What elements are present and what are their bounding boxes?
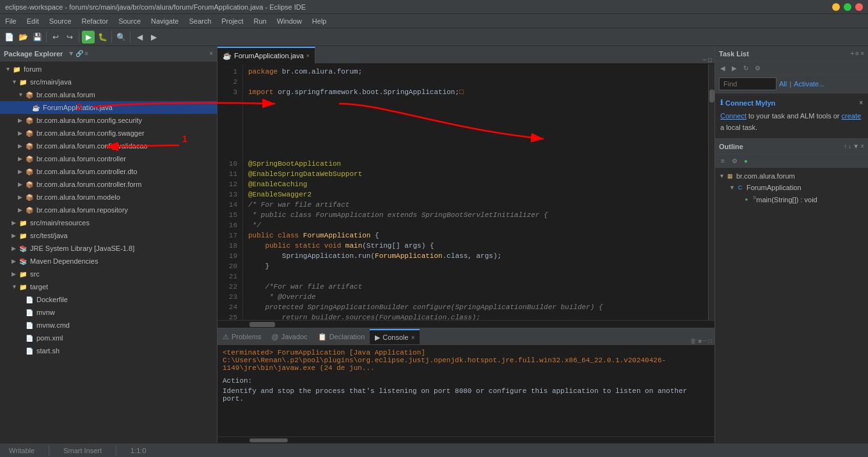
menu-project[interactable]: Project: [216, 14, 248, 28]
editor-tab-forum-application[interactable]: ☕ ForumApplication.java ×: [217, 47, 315, 63]
menu-source2[interactable]: Source: [113, 14, 146, 28]
redo-button[interactable]: ↪: [63, 31, 76, 44]
tree-item-controller[interactable]: ▶ 📦 br.com.alura.forum.controller: [0, 152, 217, 165]
console-tab-close[interactable]: ×: [411, 334, 415, 341]
mylyn-create-link[interactable]: create: [842, 112, 862, 120]
tl-icon4[interactable]: ⚙: [752, 63, 762, 73]
close-button[interactable]: [855, 3, 863, 11]
collapse-icon[interactable]: ▼: [68, 50, 74, 57]
menu-help[interactable]: Help: [307, 14, 332, 28]
panel-icon-buttons: ▼ 🔗 ≡: [68, 50, 88, 57]
next-button[interactable]: ▶: [147, 31, 160, 44]
tree-item-controller-dto[interactable]: ▶ 📦 br.com.alura.forum.controller.dto: [0, 165, 217, 178]
tl-icon3[interactable]: ↻: [741, 63, 751, 73]
tree-item-forum-application[interactable]: ☕ ForumApplication.java: [0, 101, 217, 114]
debug-button[interactable]: 🐛: [96, 31, 109, 44]
activate-button[interactable]: Activate...: [794, 80, 825, 88]
prev-button[interactable]: ◀: [133, 31, 146, 44]
tree-item-dockerfile[interactable]: 📄 Dockerfile: [0, 293, 217, 306]
tab-javadoc[interactable]: @ Javadoc: [266, 329, 312, 344]
find-all-button[interactable]: All: [779, 80, 787, 88]
tl-icon2[interactable]: ▶: [729, 63, 739, 73]
task-list-close[interactable]: ×: [860, 50, 864, 57]
tree-item-start-sh[interactable]: 📄 start.sh: [0, 344, 217, 357]
tree-item-src-main-java[interactable]: ▼ 📁 src/main/java: [0, 76, 217, 88]
outline-item-class[interactable]: ▼ C ForumApplication: [715, 182, 868, 193]
menu-refactor[interactable]: Refactor: [77, 14, 114, 28]
task-list-icon2[interactable]: ≡: [855, 50, 859, 57]
editor-hscrollbar[interactable]: [217, 320, 714, 328]
menu-dots-icon[interactable]: ≡: [84, 50, 88, 57]
tree-item-pom[interactable]: 📄 pom.xml: [0, 332, 217, 344]
tab-problems[interactable]: ⚠ Problems: [217, 329, 266, 344]
save-button[interactable]: 💾: [31, 31, 43, 44]
tl-icon1[interactable]: ◀: [718, 63, 728, 73]
menu-window[interactable]: Window: [272, 14, 307, 28]
package-explorer-close[interactable]: ×: [209, 50, 213, 57]
menu-source[interactable]: Source: [44, 14, 77, 28]
bottom-hscrollbar[interactable]: [217, 437, 714, 443]
tree-item-mvnw-cmd[interactable]: 📄 mvnw.cmd: [0, 319, 217, 332]
tree-item-resources[interactable]: ▶ 📁 src/main/resources: [0, 216, 217, 229]
maximize-bottom-icon[interactable]: □: [708, 337, 712, 344]
mylyn-close-icon[interactable]: ×: [859, 99, 863, 106]
stop-icon[interactable]: ■: [698, 337, 702, 344]
tree-item-config-validacao[interactable]: ▶ 📦 br.com.alura.forum.config.validacao: [0, 140, 217, 152]
package-explorer-tree[interactable]: ▼ 📁 forum ▼ 📁 src/main/java ▼ 📦 br.com.a…: [0, 61, 217, 443]
outline-item-package[interactable]: ▼ ▦ br.com.alura.forum: [715, 170, 868, 182]
tree-item-modelo[interactable]: ▶ 📦 br.com.alura.forum.modelo: [0, 191, 217, 204]
outline-collapse-icon[interactable]: ▼: [853, 143, 859, 150]
menu-navigate[interactable]: Navigate: [146, 14, 184, 28]
open-button[interactable]: 📂: [17, 31, 29, 44]
tree-item-controller-form[interactable]: ▶ 📦 br.com.alura.forum.controller.form: [0, 178, 217, 191]
info-icon: ℹ: [720, 99, 723, 107]
tree-item-repository[interactable]: ▶ 📦 br.com.alura.forum.repository: [0, 204, 217, 216]
expand-arrow: ▼: [12, 79, 18, 85]
menu-file[interactable]: File: [0, 14, 22, 28]
tree-item-test[interactable]: ▶ 📁 src/test/java: [0, 229, 217, 242]
link-icon[interactable]: 🔗: [75, 50, 83, 57]
search-button[interactable]: 🔍: [114, 31, 127, 44]
mylyn-connect-link[interactable]: Connect: [720, 112, 746, 120]
tree-item-target[interactable]: ▼ 📁 target: [0, 280, 217, 293]
outline-close[interactable]: ×: [860, 143, 864, 150]
tab-console[interactable]: ▶ Console ×: [370, 329, 420, 344]
code-editor[interactable]: 1 2 3 10 11 12 13 14 15 16 17 18 19 20: [217, 64, 714, 320]
outline-item-method[interactable]: ● Smain(String[]) : void: [715, 193, 868, 205]
tree-item-src[interactable]: ▶ 📁 src: [0, 268, 217, 280]
tree-item-maven-deps[interactable]: ▶ 📚 Maven Dependencies: [0, 255, 217, 268]
maximize-editor-icon[interactable]: □: [708, 56, 712, 63]
right-panel: Task List + ≡ × ◀ ▶ ↻ ⚙ All | Activate..…: [714, 46, 868, 443]
tab-declaration[interactable]: 📋 Declaration: [313, 329, 370, 344]
maximize-button[interactable]: [844, 3, 851, 11]
clear-console-icon[interactable]: 🗑: [690, 337, 697, 344]
tree-item-config-swagger[interactable]: ▶ 📦 br.com.alura.forum.config.swagger: [0, 127, 217, 140]
status-insert-mode: Smart Insert: [59, 447, 106, 454]
run-button[interactable]: ▶: [82, 31, 95, 44]
tree-item-package-main[interactable]: ▼ 📦 br.com.alura.forum: [0, 88, 217, 101]
tab-close-button[interactable]: ×: [306, 52, 310, 59]
tree-item-mvnw[interactable]: 📄 mvnw: [0, 306, 217, 319]
menu-search[interactable]: Search: [184, 14, 216, 28]
menu-run[interactable]: Run: [249, 14, 272, 28]
tree-item-forum[interactable]: ▼ 📁 forum: [0, 63, 217, 76]
new-button[interactable]: 📄: [3, 31, 15, 44]
task-list-icon1[interactable]: +: [850, 50, 854, 57]
minimize-button[interactable]: [832, 3, 840, 11]
tree-item-config-security[interactable]: ▶ 📦 br.com.alura.forum.config.security: [0, 114, 217, 127]
outline-sort-icon[interactable]: ≡: [718, 156, 728, 166]
undo-button[interactable]: ↩: [49, 31, 62, 44]
menu-edit[interactable]: Edit: [22, 14, 44, 28]
minimize-bottom-icon[interactable]: −: [703, 337, 707, 344]
find-input[interactable]: [719, 77, 777, 90]
pom-icon: 📄: [24, 333, 35, 343]
minimize-editor-icon[interactable]: −: [703, 56, 707, 63]
outline-active-icon[interactable]: ●: [741, 156, 751, 166]
window-controls[interactable]: [832, 3, 863, 11]
tree-item-jre[interactable]: ▶ 📚 JRE System Library [JavaSE-1.8]: [0, 242, 217, 255]
vertical-scrollbar[interactable]: [708, 64, 714, 320]
outline-icon1[interactable]: ↑: [844, 143, 847, 150]
code-content[interactable]: package br.com.alura.forum; import org.s…: [243, 64, 708, 320]
outline-icon2[interactable]: ↓: [848, 143, 851, 150]
outline-filter-icon[interactable]: ⚙: [729, 156, 739, 166]
